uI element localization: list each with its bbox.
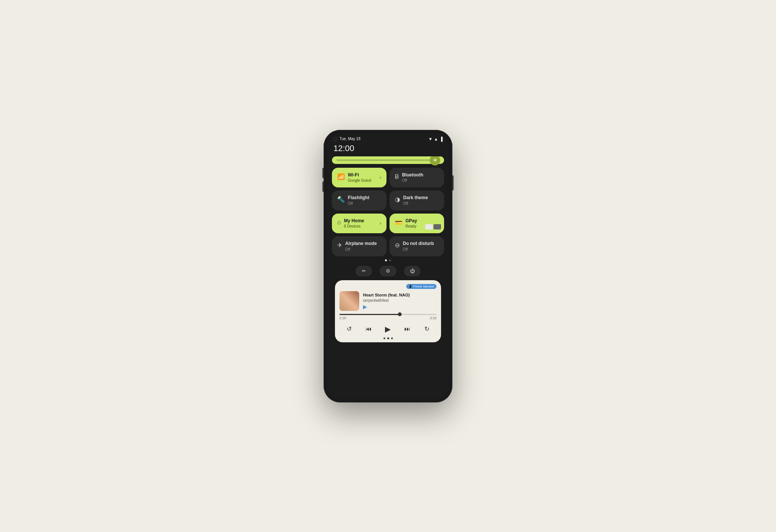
wifi-tile-icon: 📶 — [337, 173, 345, 180]
media-header: 📱 Phone Speaker — [340, 284, 436, 289]
media-info: Heart Storm (feat. NAO) serpentwithfeet … — [363, 292, 436, 309]
page-dot-1 — [385, 259, 387, 261]
brightness-slider[interactable]: ☀ — [332, 156, 444, 164]
darktheme-tile[interactable]: ◑ Dark theme Off — [390, 190, 444, 211]
gpay-tile[interactable]: 💳 GPay Ready — [390, 214, 444, 234]
power-button[interactable]: ⏻ — [404, 266, 421, 276]
battery-icon: ▐ — [440, 137, 443, 141]
darktheme-tile-icon: ◑ — [395, 196, 400, 203]
tiles-row-1: 📶 Wi-Fi Google Guest › Ƀ Bluetooth Off — [332, 168, 444, 188]
edit-icon: ✏ — [362, 268, 366, 274]
settings-button[interactable]: ⚙ — [380, 266, 396, 276]
replay-button[interactable]: ↺ — [344, 324, 355, 334]
bottom-action-buttons: ✏ ⚙ ⏻ — [332, 264, 444, 279]
next-button[interactable]: ⏭ — [402, 324, 413, 334]
clock-time: 12:00 — [333, 144, 354, 153]
status-right: ▼ ▲ ▐ — [428, 137, 443, 141]
wifi-tile-title: Wi-Fi — [348, 172, 377, 178]
flashlight-tile-content: Flashlight Off — [348, 195, 381, 206]
brightness-thumb[interactable]: ☀ — [430, 156, 440, 165]
wifi-tile[interactable]: 📶 Wi-Fi Google Guest › — [332, 168, 386, 188]
myhome-tile-arrow[interactable]: › — [380, 221, 381, 226]
gpay-tile-icon: 💳 — [395, 219, 402, 226]
brightness-track — [336, 159, 440, 161]
forward-button[interactable]: ↻ — [421, 324, 432, 334]
progress-fill — [340, 314, 400, 315]
wifi-tile-arrow[interactable]: › — [380, 175, 381, 180]
phone-speaker-badge[interactable]: 📱 Phone Speaker — [406, 284, 436, 289]
dnd-tile-content: Do not disturb Off — [403, 241, 439, 252]
status-left: Tue, May 18 — [333, 137, 360, 141]
phone-screen: Tue, May 18 ▼ ▲ ▐ 12:00 ☀ — [327, 134, 449, 399]
myhome-tile-content: My Home 6 Devices — [344, 218, 377, 229]
previous-button[interactable]: ⏮ — [363, 324, 374, 334]
bluetooth-tile-content: Bluetooth Off — [402, 172, 439, 183]
media-dot-3 — [391, 337, 393, 339]
power-side-button[interactable] — [452, 175, 454, 190]
wifi-status-icon: ▼ — [428, 137, 432, 141]
media-dot-1 — [383, 337, 385, 339]
page-dot-2 — [389, 259, 391, 261]
signal-icon: ▲ — [434, 137, 438, 141]
camera-cutout — [333, 137, 337, 141]
flashlight-tile-title: Flashlight — [348, 195, 381, 201]
media-dots — [340, 337, 436, 339]
dnd-tile-subtitle: Off — [403, 247, 439, 252]
wifi-tile-subtitle: Google Guest — [348, 178, 377, 183]
airplane-tile-subtitle: Off — [345, 247, 381, 252]
airplane-tile-title: Airplane mode — [345, 241, 381, 247]
page-dots — [332, 259, 444, 261]
gpay-card-1 — [425, 224, 433, 229]
bluetooth-tile-icon: Ƀ — [395, 173, 399, 180]
myhome-tile[interactable]: ⌂ My Home 6 Devices › — [332, 214, 386, 234]
brightness-icon: ☀ — [433, 157, 438, 163]
tiles-row-3: ⌂ My Home 6 Devices › 💳 GPay Ready — [332, 214, 444, 234]
media-mini-play-button[interactable]: ▶ — [363, 304, 436, 310]
volume-down-button[interactable] — [322, 181, 324, 192]
tiles-row-4: ✈ Airplane mode Off ⊖ Do not disturb Off — [332, 236, 444, 256]
edit-button[interactable]: ✏ — [355, 266, 372, 276]
media-dot-2 — [387, 337, 389, 339]
progress-container[interactable]: 2:20 3:32 — [340, 314, 436, 320]
myhome-tile-subtitle: 6 Devices — [344, 224, 377, 229]
power-icon: ⏻ — [410, 268, 415, 274]
myhome-tile-title: My Home — [344, 218, 377, 224]
status-bar: Tue, May 18 ▼ ▲ ▐ — [327, 134, 449, 143]
gpay-card-2 — [433, 224, 441, 229]
flashlight-tile[interactable]: 🔦 Flashlight Off — [332, 190, 386, 211]
bluetooth-tile-subtitle: Off — [402, 178, 439, 183]
quick-settings-panel: ☀ 📶 Wi-Fi Google Guest › Ƀ Bluetooth — [327, 156, 449, 399]
darktheme-tile-title: Dark theme — [403, 195, 439, 201]
settings-icon: ⚙ — [386, 268, 390, 274]
tiles-row-2: 🔦 Flashlight Off ◑ Dark theme Off — [332, 190, 444, 211]
volume-up-button[interactable] — [322, 168, 324, 178]
bluetooth-tile-title: Bluetooth — [402, 172, 439, 178]
progress-thumb[interactable] — [398, 312, 402, 316]
current-time: 2:20 — [340, 316, 346, 320]
darktheme-tile-content: Dark theme Off — [403, 195, 439, 206]
flashlight-tile-icon: 🔦 — [337, 196, 345, 203]
dnd-tile-icon: ⊖ — [395, 242, 400, 249]
album-art[interactable] — [340, 291, 359, 311]
media-player: 📱 Phone Speaker Heart Storm (feat. NAO) … — [335, 280, 441, 342]
speaker-icon: 📱 — [408, 285, 412, 288]
darktheme-tile-subtitle: Off — [403, 201, 439, 206]
play-pause-button[interactable]: ▶ — [383, 324, 393, 334]
total-time: 3:32 — [430, 316, 436, 320]
wifi-tile-content: Wi-Fi Google Guest — [348, 172, 377, 183]
progress-track[interactable] — [340, 314, 436, 315]
media-controls: ↺ ⏮ ▶ ⏭ ↻ — [340, 322, 436, 336]
flashlight-tile-subtitle: Off — [348, 201, 381, 206]
airplane-tile[interactable]: ✈ Airplane mode Off — [332, 236, 386, 256]
status-date: Tue, May 18 — [340, 137, 360, 141]
dnd-tile-title: Do not disturb — [403, 241, 439, 247]
bluetooth-tile[interactable]: Ƀ Bluetooth Off — [390, 168, 444, 188]
gpay-cards — [425, 224, 441, 229]
media-artist: serpentwithfeet — [363, 298, 436, 303]
progress-times: 2:20 3:32 — [340, 316, 436, 320]
media-content: Heart Storm (feat. NAO) serpentwithfeet … — [340, 291, 436, 311]
album-art-image — [340, 291, 359, 311]
dnd-tile[interactable]: ⊖ Do not disturb Off — [390, 236, 444, 256]
speaker-label: Phone Speaker — [413, 285, 434, 288]
phone-device: Tue, May 18 ▼ ▲ ▐ 12:00 ☀ — [324, 130, 452, 403]
